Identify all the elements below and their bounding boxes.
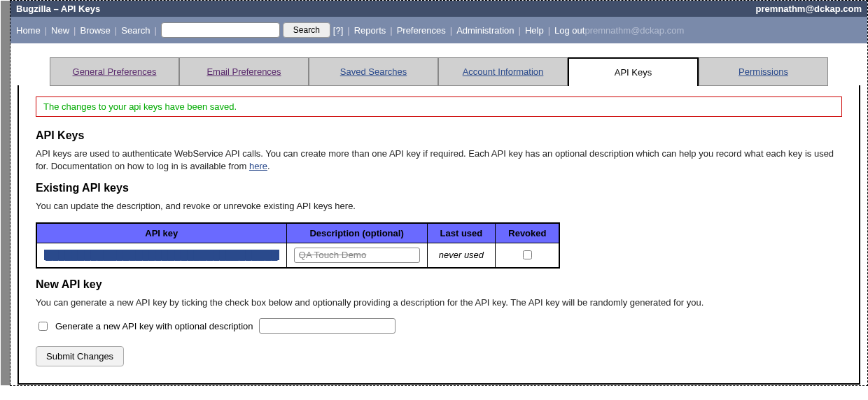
last-used-cell: never used [427, 243, 496, 268]
revoked-checkbox[interactable] [523, 250, 532, 259]
description-input[interactable] [294, 248, 420, 263]
description-cell [286, 243, 427, 268]
banner-user: premnathm@dckap.com [756, 3, 862, 14]
doc-link-here[interactable]: here [249, 161, 267, 171]
nav-reports[interactable]: Reports [354, 25, 386, 36]
nav-new[interactable]: New [51, 25, 69, 36]
search-button[interactable]: Search [283, 22, 330, 38]
api-key-cell: ████████████████████████████████████ [36, 243, 286, 268]
tab-account-information[interactable]: Account Information [438, 57, 568, 86]
left-scrollbar-track [1, 1, 10, 385]
new-api-key-description: You can generate a new API key by tickin… [36, 297, 842, 309]
success-message: The changes to your api keys have been s… [36, 97, 842, 117]
nav-logout[interactable]: Log outpremnathm@dckap.com [554, 25, 684, 36]
generate-row: Generate a new API key with optional des… [36, 318, 842, 334]
quick-search-input[interactable] [161, 22, 280, 38]
content-panel: The changes to your api keys have been s… [18, 85, 860, 385]
top-navbar: Home| New| Browse| Search| Search [?]| R… [10, 17, 867, 43]
nav-help[interactable]: Help [525, 25, 544, 36]
submit-changes-button[interactable]: Submit Changes [36, 346, 124, 366]
nav-home[interactable]: Home [16, 25, 41, 36]
revoked-cell [496, 243, 560, 268]
col-description: Description (optional) [286, 223, 427, 243]
new-key-description-input[interactable] [259, 318, 396, 334]
tab-saved-searches[interactable]: Saved Searches [309, 57, 438, 86]
banner: Bugzilla – API Keys premnathm@dckap.com [10, 1, 867, 17]
api-keys-description: API keys are used to authenticate WebSer… [36, 148, 842, 172]
heading-api-keys: API Keys [36, 129, 842, 142]
api-keys-table: API key Description (optional) Last used… [36, 222, 560, 269]
existing-keys-description: You can update the description, and revo… [36, 200, 842, 213]
heading-existing-keys: Existing API keys [36, 182, 842, 194]
table-row: ████████████████████████████████████ nev… [36, 243, 559, 268]
nav-browse[interactable]: Browse [80, 25, 110, 36]
preference-tabs: General Preferences Email Preferences Sa… [50, 57, 828, 86]
tab-general-preferences[interactable]: General Preferences [50, 57, 179, 86]
tab-api-keys[interactable]: API Keys [568, 57, 699, 86]
generate-label: Generate a new API key with optional des… [55, 321, 253, 331]
col-last-used: Last used [427, 223, 496, 243]
col-revoked: Revoked [496, 223, 560, 243]
page-title: Bugzilla – API Keys [16, 3, 100, 14]
nav-preferences[interactable]: Preferences [397, 25, 446, 36]
col-api-key: API key [36, 223, 286, 243]
tab-permissions[interactable]: Permissions [699, 57, 828, 86]
nav-search[interactable]: Search [121, 25, 150, 36]
tab-email-preferences[interactable]: Email Preferences [179, 57, 309, 86]
heading-new-api-key: New API key [36, 278, 842, 291]
nav-administration[interactable]: Administration [456, 25, 514, 36]
generate-checkbox[interactable] [38, 322, 48, 331]
nav-help-q[interactable]: [?] [333, 25, 343, 36]
